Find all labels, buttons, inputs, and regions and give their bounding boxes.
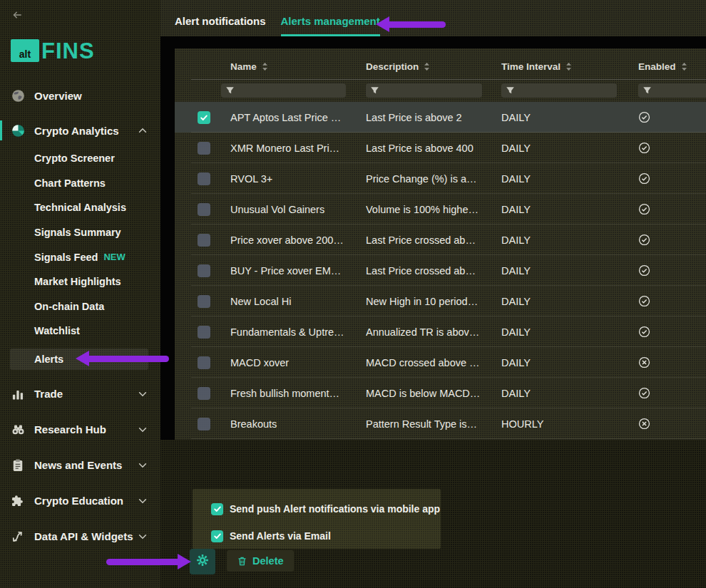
puzzle-icon <box>11 493 26 508</box>
table-row[interactable]: BreakoutsPattern Result Type is…HOURLY <box>175 408 706 439</box>
alert-time-interval: DAILY <box>501 296 638 307</box>
enabled-check-icon <box>638 295 650 307</box>
tab-alerts-management[interactable]: Alerts management <box>281 0 380 36</box>
sidebar-item-label: Signals Feed <box>34 252 98 263</box>
option-checkbox[interactable] <box>211 503 223 515</box>
alert-enabled-cell <box>638 172 706 185</box>
column-header-description[interactable]: Description <box>366 61 501 72</box>
sidebar-item-overview[interactable]: Overview <box>0 80 160 111</box>
notification-settings-panel: Send push Alert notifications via mobile… <box>193 489 441 549</box>
filter-icon <box>225 86 235 96</box>
alert-name: RVOL 3+ <box>221 173 366 185</box>
altfins-logo[interactable]: alt FINS <box>11 39 95 62</box>
alert-enabled-cell <box>638 264 706 277</box>
table-row[interactable]: BUY - Price xover EM…Last Price crossed … <box>175 255 706 286</box>
filter-input-time-interval[interactable] <box>501 83 617 98</box>
column-header-time-interval[interactable]: Time Interval <box>501 61 638 72</box>
alert-description: Price Change (%) is a… <box>366 173 501 185</box>
alert-name: New Local Hi <box>221 296 366 307</box>
alerts-table: NameDescriptionTime IntervalEnabled APT … <box>175 48 706 440</box>
alert-description: Last Price is above 400 <box>366 143 501 154</box>
notification-option[interactable]: Send push Alert notifications via mobile… <box>211 498 441 520</box>
alert-description: New High in 10 period… <box>366 296 501 307</box>
sidebar-item-label: Crypto Screener <box>34 153 115 164</box>
alert-description: Volume is 100% highe… <box>366 204 501 215</box>
sidebar-item-label: Watchlist <box>34 325 80 336</box>
sidebar-item-news-and-events[interactable]: News and Events <box>0 450 160 481</box>
alert-time-interval: DAILY <box>501 326 638 338</box>
enabled-check-icon <box>638 111 650 123</box>
row-checkbox[interactable] <box>198 142 210 155</box>
table-row[interactable]: Fresh bullish moment…MACD is below MACD…… <box>175 378 706 408</box>
filter-input-description[interactable] <box>366 83 482 98</box>
column-label: Time Interval <box>501 61 561 72</box>
delete-button[interactable]: Delete <box>227 550 294 572</box>
sidebar-item-on-chain-data[interactable]: On-chain Data <box>0 294 160 319</box>
table-body: APT Aptos Last Price …Last Price is abov… <box>175 102 706 439</box>
row-checkbox[interactable] <box>198 356 210 369</box>
alert-time-interval: DAILY <box>501 173 638 185</box>
table-row[interactable]: Unusual Vol GainersVolume is 100% highe…… <box>175 194 706 225</box>
table-row[interactable]: RVOL 3+Price Change (%) is a…DAILY <box>175 163 706 194</box>
sort-icon <box>681 62 687 71</box>
row-checkbox[interactable] <box>198 172 210 185</box>
sidebar-item-label: Chart Patterns <box>34 177 106 189</box>
sidebar-item-research-hub[interactable]: Research Hub <box>0 414 160 445</box>
filter-icon <box>643 86 652 96</box>
alert-enabled-cell <box>638 356 706 368</box>
sidebar-item-trade[interactable]: Trade <box>0 378 160 410</box>
sidebar-item-technical-analysis[interactable]: Technical Analysis <box>0 195 160 220</box>
table-row[interactable]: APT Aptos Last Price …Last Price is abov… <box>175 102 706 133</box>
alert-enabled-cell <box>638 234 706 246</box>
filter-input-enabled[interactable] <box>638 83 706 98</box>
alert-name: APT Aptos Last Price … <box>221 112 366 123</box>
alert-name: BUY - Price xover EM… <box>221 265 366 277</box>
column-header-name[interactable]: Name <box>221 61 366 72</box>
row-checkbox[interactable] <box>198 295 210 308</box>
row-checkbox[interactable] <box>198 418 210 430</box>
settings-button[interactable] <box>190 549 215 574</box>
row-checkbox[interactable] <box>198 326 210 339</box>
table-filter-row <box>175 80 706 102</box>
sidebar-item-market-highlights[interactable]: Market Highlights <box>0 269 160 294</box>
alert-description: Last Price crossed ab… <box>366 265 501 277</box>
table-row[interactable]: Fundamentals & Uptre…Annualized TR is ab… <box>175 316 706 347</box>
option-checkbox[interactable] <box>211 530 223 542</box>
notification-option[interactable]: Send Alerts via Email <box>211 525 441 547</box>
sidebar-item-crypto-analytics[interactable]: Crypto Analytics <box>0 115 160 146</box>
sidebar-item-crypto-screener[interactable]: Crypto Screener <box>0 146 160 171</box>
filter-input-name[interactable] <box>221 83 346 98</box>
row-checkbox-cell <box>175 234 221 247</box>
sidebar-item-chart-patterns[interactable]: Chart Patterns <box>0 171 160 196</box>
enabled-check-icon <box>638 387 650 399</box>
column-header-enabled[interactable]: Enabled <box>638 61 706 72</box>
sidebar-item-signals-feed[interactable]: Signals FeedNEW <box>0 244 160 269</box>
table-row[interactable]: New Local HiNew High in 10 period…DAILY <box>175 286 706 316</box>
sidebar-item-label: Data API & Widgets <box>34 530 133 542</box>
fork-arrows-icon <box>11 529 26 544</box>
arrow-left-icon <box>11 9 24 24</box>
new-badge: NEW <box>103 252 125 262</box>
alert-description: MACD is below MACD… <box>366 388 501 399</box>
clipboard-icon <box>11 458 26 473</box>
table-row[interactable]: XMR Monero Last Pri…Last Price is above … <box>175 133 706 163</box>
row-checkbox[interactable] <box>198 203 210 216</box>
row-checkbox[interactable] <box>198 387 210 400</box>
row-checkbox-cell <box>175 264 221 277</box>
row-checkbox-cell <box>175 111 221 124</box>
row-checkbox[interactable] <box>198 111 210 124</box>
table-row[interactable]: MACD xoverMACD crossed above …DAILY <box>175 347 706 378</box>
row-checkbox[interactable] <box>198 234 210 247</box>
collapse-sidebar-button[interactable] <box>9 9 25 24</box>
tab-alert-notifications[interactable]: Alert notifications <box>175 0 266 36</box>
row-checkbox[interactable] <box>198 264 210 277</box>
sidebar-item-watchlist[interactable]: Watchlist <box>0 319 160 344</box>
alert-description: Pattern Result Type is… <box>366 418 501 430</box>
table-row[interactable]: Price xover above 200…Last Price crossed… <box>175 225 706 255</box>
sidebar-item-crypto-education[interactable]: Crypto Education <box>0 485 160 517</box>
sidebar-item-data-api-widgets[interactable]: Data API & Widgets <box>0 521 160 552</box>
sidebar-item-signals-summary[interactable]: Signals Summary <box>0 220 160 245</box>
enabled-check-icon <box>638 264 650 277</box>
logo-fins-text: FINS <box>41 41 95 62</box>
chevron-down-icon <box>138 425 148 435</box>
